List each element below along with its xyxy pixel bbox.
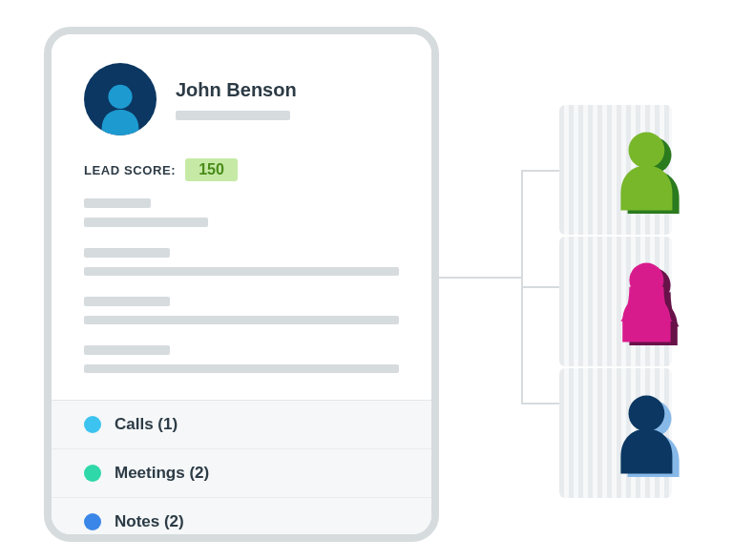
activity-label: Notes (2) [115, 512, 184, 531]
dot-icon [84, 513, 101, 530]
svg-point-0 [108, 85, 132, 109]
lead-score-label: LEAD SCORE: [84, 163, 176, 177]
activity-label: Meetings (2) [115, 464, 209, 483]
dot-icon [84, 416, 101, 433]
person-icon [91, 76, 150, 135]
connector-line [521, 403, 559, 404]
connector-line [439, 277, 521, 279]
lead-card: John Benson LEAD SCORE: 150 Calls [44, 27, 439, 542]
lead-name: John Benson [176, 79, 399, 101]
contact-avatar-1 [607, 128, 693, 214]
placeholder-group-1 [84, 198, 399, 227]
lead-score-row: LEAD SCORE: 150 [84, 158, 399, 181]
connector-line [521, 170, 559, 172]
dot-icon [84, 465, 101, 482]
subtitle-placeholder [176, 111, 290, 120]
activity-meetings[interactable]: Meetings (2) [52, 449, 431, 498]
name-block: John Benson [176, 79, 399, 120]
lead-score-value: 150 [185, 158, 238, 181]
lead-card-body: John Benson LEAD SCORE: 150 [52, 34, 431, 400]
activity-label: Calls (1) [115, 415, 178, 434]
activity-list: Calls (1) Meetings (2) Notes (2) [52, 400, 431, 542]
svg-point-6 [629, 396, 665, 432]
placeholder-group-2 [84, 248, 399, 276]
avatar [84, 63, 157, 135]
activity-notes[interactable]: Notes (2) [52, 498, 431, 542]
contact-avatar-3 [607, 391, 693, 477]
placeholder-group-4 [84, 345, 399, 373]
placeholder-group-3 [84, 297, 399, 324]
contact-avatar-2 [607, 259, 693, 345]
profile-header: John Benson [84, 63, 399, 135]
connector-line [521, 286, 559, 288]
svg-point-2 [629, 133, 665, 169]
activity-calls[interactable]: Calls (1) [52, 401, 431, 449]
